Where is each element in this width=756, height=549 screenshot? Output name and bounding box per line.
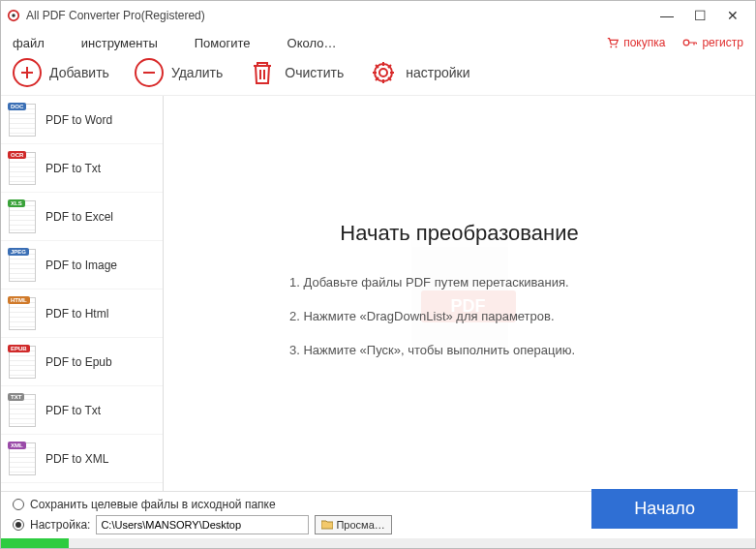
buy-label: покупка <box>623 36 665 49</box>
svg-point-3 <box>616 46 618 48</box>
step-1: 1. Добавьте файлы PDF путем перетаскиван… <box>289 275 569 290</box>
format-thumb: HTML <box>9 297 36 330</box>
delete-label: Удалить <box>171 65 223 80</box>
settings-button[interactable]: настройки <box>369 58 469 87</box>
sidebar-item[interactable]: XLSPDF to Excel <box>1 193 163 241</box>
close-button[interactable]: ✕ <box>716 8 749 23</box>
register-label: регистр <box>702 36 743 49</box>
settings-label: настройки <box>406 65 469 80</box>
sidebar-item[interactable]: OCRPDF to Txt <box>1 144 163 193</box>
save-source-label: Сохранить целевые файлы в исходной папке <box>30 498 276 511</box>
format-badge: XLS <box>8 199 25 207</box>
sidebar-item[interactable]: HTMLPDF to Html <box>1 290 163 338</box>
add-label: Добавить <box>49 65 109 80</box>
minus-icon <box>135 58 164 87</box>
start-label: Начало <box>634 499 695 518</box>
sidebar-item-label: PDF to Word <box>45 113 112 127</box>
svg-point-2 <box>611 46 613 48</box>
sidebar-item[interactable]: EPUBPDF to Epub <box>1 338 163 386</box>
svg-point-1 <box>12 14 15 17</box>
add-button[interactable]: Добавить <box>13 58 109 87</box>
radio-unchecked-icon[interactable] <box>13 499 24 510</box>
menu-tools[interactable]: инструменты <box>81 36 158 50</box>
radio-checked-icon[interactable] <box>13 519 24 531</box>
format-thumb: OCR <box>9 152 36 185</box>
browse-label: Просма… <box>336 519 384 531</box>
folder-icon <box>321 520 333 530</box>
sidebar-item-label: PDF to Image <box>45 259 117 272</box>
format-thumb: EPUB <box>9 346 36 379</box>
cart-icon <box>606 36 620 49</box>
key-icon <box>682 36 698 49</box>
format-badge: DOC <box>8 103 26 110</box>
format-badge: XML <box>8 442 26 449</box>
format-thumb: XML <box>9 442 36 475</box>
path-input[interactable] <box>96 515 309 534</box>
main-panel[interactable]: PDF Начать преобразование 1. Добавьте фа… <box>164 96 755 491</box>
title-bar: All PDF Converter Pro(Registered) — ☐ ✕ <box>1 1 755 30</box>
format-thumb: XLS <box>9 200 36 233</box>
sidebar-item[interactable]: JPEGPDF to Image <box>1 241 163 290</box>
browse-button[interactable]: Просма… <box>315 515 391 534</box>
svg-point-6 <box>379 69 387 76</box>
window-title: All PDF Converter Pro(Registered) <box>26 9 650 22</box>
start-button[interactable]: Начало <box>591 489 738 529</box>
format-badge: EPUB <box>8 345 30 352</box>
format-thumb: TXT <box>9 394 36 427</box>
menu-help[interactable]: Помогите <box>195 36 251 50</box>
format-badge: TXT <box>8 393 24 401</box>
plus-icon <box>13 58 42 87</box>
sidebar[interactable]: DOCPDF to WordOCRPDF to TxtXLSPDF to Exc… <box>1 96 164 491</box>
sidebar-item-label: PDF to Excel <box>45 210 113 224</box>
progress-fill <box>1 538 69 548</box>
menu-file[interactable]: файл <box>13 36 45 50</box>
progress-bar <box>1 538 755 548</box>
sidebar-item[interactable]: DOCPDF to Word <box>1 96 163 144</box>
gear-icon <box>369 58 398 87</box>
sidebar-item[interactable]: TXTPDF to Txt <box>1 386 163 435</box>
svg-point-4 <box>684 40 690 46</box>
minimize-button[interactable]: — <box>650 8 683 23</box>
custom-path-label: Настройка: <box>30 518 90 532</box>
pdf-watermark: PDF <box>411 235 508 351</box>
sidebar-item-label: PDF to Epub <box>45 355 112 369</box>
format-badge: HTML <box>8 296 30 304</box>
main-heading: Начать преобразование <box>340 221 578 246</box>
trash-icon <box>248 58 277 87</box>
register-link[interactable]: регистр <box>682 36 743 49</box>
menu-about[interactable]: Около… <box>287 36 337 50</box>
app-icon <box>7 9 20 22</box>
format-badge: OCR <box>8 151 26 159</box>
format-badge: JPEG <box>8 248 29 256</box>
clear-label: Очистить <box>285 65 344 80</box>
sidebar-item-label: PDF to Txt <box>45 162 101 175</box>
step-3: 3. Нажмите «Пуск», чтобы выполнить опера… <box>289 343 575 357</box>
sidebar-item-label: PDF to Html <box>45 307 108 320</box>
buy-link[interactable]: покупка <box>606 36 665 49</box>
format-thumb: JPEG <box>9 249 36 282</box>
menu-bar: файл инструменты Помогите Около… покупка… <box>1 30 755 55</box>
format-thumb: DOC <box>9 104 36 137</box>
maximize-button[interactable]: ☐ <box>683 8 716 23</box>
footer: Сохранить целевые файлы в исходной папке… <box>1 491 755 548</box>
workspace: DOCPDF to WordOCRPDF to TxtXLSPDF to Exc… <box>1 96 755 491</box>
sidebar-item-label: PDF to Txt <box>45 404 101 417</box>
clear-button[interactable]: Очистить <box>248 58 344 87</box>
sidebar-item[interactable]: XMLPDF to XML <box>1 435 163 483</box>
delete-button[interactable]: Удалить <box>135 58 223 87</box>
sidebar-item-label: PDF to XML <box>45 452 108 466</box>
toolbar: Добавить Удалить Очистить настройки <box>1 55 755 96</box>
step-2: 2. Нажмите «DragDownList» для параметров… <box>289 309 555 323</box>
